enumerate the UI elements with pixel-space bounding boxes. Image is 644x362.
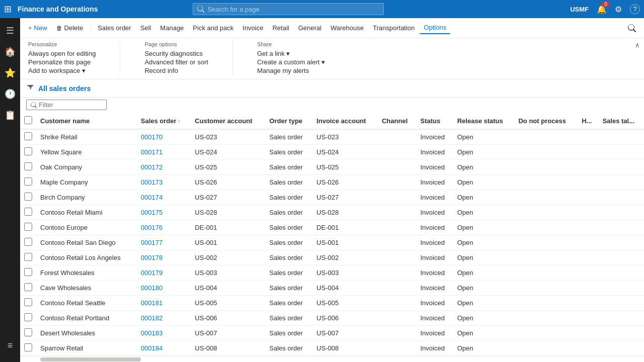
scrollbar-thumb[interactable] <box>40 357 141 361</box>
delete-button[interactable]: 🗑 Delete <box>52 22 88 34</box>
search-command-button[interactable] <box>624 22 640 34</box>
table-row[interactable]: Forest Wholesales 000179 US-003 Sales or… <box>20 265 644 281</box>
row-checkbox-cell[interactable] <box>20 175 36 190</box>
table-row[interactable]: Cave Wholesales 000180 US-004 Sales orde… <box>20 281 644 296</box>
create-custom-alert[interactable]: Create a custom alert ▾ <box>257 58 325 66</box>
col-sales-order[interactable]: Sales order <box>137 113 191 129</box>
select-all-col[interactable] <box>20 113 36 129</box>
help-button[interactable]: ? <box>630 4 640 14</box>
cell-sales-order[interactable]: 000179 <box>137 265 191 281</box>
cell-sales-order[interactable]: 000178 <box>137 250 191 265</box>
row-checkbox-cell[interactable] <box>20 235 36 250</box>
row-checkbox[interactable] <box>24 132 32 140</box>
col-release-status[interactable]: Release status <box>453 113 515 129</box>
cell-sales-order[interactable]: 000183 <box>137 326 191 341</box>
row-checkbox-cell[interactable] <box>20 281 36 296</box>
select-all-checkbox[interactable] <box>24 116 32 124</box>
col-invoice-account[interactable]: Invoice account <box>312 113 378 129</box>
tab-warehouse[interactable]: Warehouse <box>327 22 368 34</box>
tab-transportation[interactable]: Transportation <box>369 22 419 34</box>
row-checkbox-cell[interactable] <box>20 190 36 205</box>
row-checkbox-cell[interactable] <box>20 205 36 220</box>
nav-home-icon[interactable]: 🏠 <box>2 43 19 60</box>
cell-sales-order[interactable]: 000184 <box>137 341 191 356</box>
table-row[interactable]: Maple Company 000173 US-026 Sales order … <box>20 175 644 190</box>
security-diagnostics[interactable]: Security diagnostics <box>144 49 208 58</box>
table-row[interactable]: Birch Company 000174 US-027 Sales order … <box>20 190 644 205</box>
row-checkbox[interactable] <box>24 343 32 351</box>
cell-sales-order[interactable]: 000171 <box>137 145 191 160</box>
get-link[interactable]: Get a link ▾ <box>257 49 325 58</box>
row-checkbox[interactable] <box>24 328 32 336</box>
tab-sales-order[interactable]: Sales order <box>94 22 135 34</box>
row-checkbox[interactable] <box>24 313 32 321</box>
notification-button[interactable]: 🔔 0 <box>597 5 607 14</box>
table-row[interactable]: Contoso Retail Portland 000182 US-006 Sa… <box>20 311 644 326</box>
cell-sales-order[interactable]: 000181 <box>137 296 191 311</box>
row-checkbox[interactable] <box>24 283 32 291</box>
cell-sales-order[interactable]: 000182 <box>137 311 191 326</box>
record-info[interactable]: Record info <box>144 66 208 75</box>
row-checkbox-cell[interactable] <box>20 220 36 235</box>
row-checkbox[interactable] <box>24 238 32 246</box>
col-order-type[interactable]: Order type <box>265 113 312 129</box>
row-checkbox-cell[interactable] <box>20 160 36 175</box>
nav-recent-icon[interactable]: 🕐 <box>2 85 19 103</box>
filter-input[interactable] <box>39 101 99 109</box>
advanced-filter[interactable]: Advanced filter or sort <box>144 58 208 66</box>
row-checkbox[interactable] <box>24 223 32 231</box>
cell-sales-order[interactable]: 000172 <box>137 160 191 175</box>
row-checkbox[interactable] <box>24 268 32 276</box>
personalize-page[interactable]: Personalize this page <box>28 58 96 66</box>
col-do-not-process[interactable]: Do not process <box>514 113 578 129</box>
row-checkbox-cell[interactable] <box>20 326 36 341</box>
table-wrapper[interactable]: Customer name Sales order Customer accou… <box>20 113 644 356</box>
cell-sales-order[interactable]: 000180 <box>137 281 191 296</box>
row-checkbox-cell[interactable] <box>20 250 36 265</box>
tab-general[interactable]: General <box>294 22 326 34</box>
always-open-editing[interactable]: Always open for editing <box>28 49 96 58</box>
col-sales-tal[interactable]: Sales tal... <box>598 113 644 129</box>
settings-button[interactable]: ⚙ <box>615 5 622 14</box>
cell-sales-order[interactable]: 000175 <box>137 205 191 220</box>
horizontal-scrollbar[interactable] <box>20 356 644 362</box>
row-checkbox[interactable] <box>24 193 32 201</box>
table-row[interactable]: Contoso Retail Los Angeles 000178 US-002… <box>20 250 644 265</box>
row-checkbox[interactable] <box>24 253 32 261</box>
nav-modules-icon[interactable]: ≡ <box>5 337 16 354</box>
add-to-workspace[interactable]: Add to workspace ▾ <box>28 66 96 75</box>
tab-options[interactable]: Options <box>420 22 450 34</box>
row-checkbox-cell[interactable] <box>20 311 36 326</box>
nav-menu-icon[interactable]: ☰ <box>3 22 17 39</box>
table-row[interactable]: Desert Wholesales 000183 US-007 Sales or… <box>20 326 644 341</box>
table-row[interactable]: Contoso Retail Miami 000175 US-028 Sales… <box>20 205 644 220</box>
col-customer-account[interactable]: Customer account <box>191 113 265 129</box>
row-checkbox[interactable] <box>24 208 32 216</box>
row-checkbox-cell[interactable] <box>20 145 36 160</box>
app-logo-icon[interactable]: ⊞ <box>4 4 12 15</box>
col-customer-name[interactable]: Customer name <box>36 113 137 129</box>
filter-icon[interactable] <box>26 84 34 93</box>
table-row[interactable]: Contoso Retail San Diego 000177 US-001 S… <box>20 235 644 250</box>
manage-alerts[interactable]: Manage my alerts <box>257 66 325 75</box>
table-row[interactable]: Oak Company 000172 US-025 Sales order US… <box>20 160 644 175</box>
nav-workspaces-icon[interactable]: 📋 <box>2 107 19 124</box>
tab-sell[interactable]: Sell <box>136 22 155 34</box>
row-checkbox[interactable] <box>24 147 32 155</box>
new-button[interactable]: + New <box>24 22 51 34</box>
row-checkbox-cell[interactable] <box>20 265 36 281</box>
cell-sales-order[interactable]: 000170 <box>137 129 191 145</box>
table-row[interactable]: Contoso Retail Seattle 000181 US-005 Sal… <box>20 296 644 311</box>
cell-sales-order[interactable]: 000176 <box>137 220 191 235</box>
col-channel[interactable]: Channel <box>378 113 417 129</box>
table-row[interactable]: Yellow Square 000171 US-024 Sales order … <box>20 145 644 160</box>
row-checkbox[interactable] <box>24 162 32 170</box>
row-checkbox-cell[interactable] <box>20 296 36 311</box>
tab-invoice[interactable]: Invoice <box>238 22 267 34</box>
cell-sales-order[interactable]: 000173 <box>137 175 191 190</box>
table-row[interactable]: Contoso Europe 000176 DE-001 Sales order… <box>20 220 644 235</box>
row-checkbox-cell[interactable] <box>20 129 36 145</box>
table-row[interactable]: Shrike Retail 000170 US-023 Sales order … <box>20 129 644 145</box>
col-status[interactable]: Status <box>417 113 453 129</box>
cell-sales-order[interactable]: 000174 <box>137 190 191 205</box>
